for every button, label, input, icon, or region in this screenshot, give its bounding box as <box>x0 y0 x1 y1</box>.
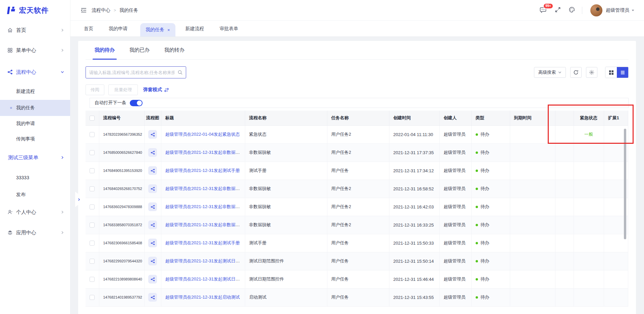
flow-diagram-icon[interactable] <box>148 275 157 284</box>
fullscreen-button[interactable] <box>554 6 561 14</box>
flow-diagram-icon[interactable] <box>148 148 157 157</box>
task-title-link[interactable]: 超级管理员在2021-12-31发起测试手册 <box>165 168 240 173</box>
row-checkbox[interactable] <box>90 295 95 300</box>
title-cell: 超级管理员在2022-01-04发起紧急状态 <box>161 125 245 143</box>
process-id-cell: 1476822108989808640 <box>99 270 144 288</box>
batch-process-button[interactable]: 批量处理 <box>108 84 138 95</box>
search-icon[interactable] <box>177 70 183 75</box>
flow-diagram-icon[interactable] <box>148 166 157 175</box>
sidebar-item-33333[interactable]: 33333 <box>0 168 70 187</box>
refresh-button[interactable] <box>570 67 582 78</box>
flow-diagram-glyph <box>151 187 155 191</box>
row-checkbox[interactable] <box>90 132 95 137</box>
page-tab-home[interactable]: 首页 <box>84 21 93 37</box>
sidebar-item-app-center[interactable]: 应用中心 <box>0 222 70 243</box>
breadcrumb-parent[interactable]: 流程中心 <box>92 7 110 13</box>
user-caret-down-icon[interactable] <box>631 9 635 12</box>
status-text: 待办 <box>481 150 489 155</box>
flow-diagram-icon[interactable] <box>148 202 157 211</box>
column-header: 创建时间 <box>389 111 439 125</box>
sidebar-item-home[interactable]: 首页 <box>0 21 70 40</box>
process-id-cell: 1476823069661585408 <box>99 234 144 252</box>
select-all-checkbox[interactable] <box>90 116 95 121</box>
circulate-label: 传阅 <box>91 87 99 93</box>
task-title-link[interactable]: 超级管理员在2021-12-31发起非数据脱敏 <box>165 204 245 209</box>
due-time-cell <box>510 270 555 288</box>
brand-name: 宏天软件 <box>19 6 49 15</box>
flow-diagram-icon[interactable] <box>148 257 157 265</box>
status-text: 待办 <box>481 132 489 137</box>
list-view-button[interactable] <box>617 67 628 78</box>
menu-fold-icon[interactable] <box>80 7 87 13</box>
flow-diagram-icon[interactable] <box>148 293 157 302</box>
subtab-my-transferred[interactable]: 我的转办 <box>161 41 188 60</box>
page-tab-new-process[interactable]: 新建流程 <box>185 21 204 37</box>
row-checkbox[interactable] <box>90 186 95 191</box>
advanced-search-button[interactable]: 高级搜索 <box>534 67 566 78</box>
task-title-link[interactable]: 超级管理员在2021-12-31发起测试日期范... <box>165 258 245 263</box>
create-time-cell: 2021-12-31 17:37:35 <box>389 143 439 162</box>
flow-diagram-icon[interactable] <box>148 239 157 247</box>
task-name-cell: 用户任务 <box>327 234 389 252</box>
sidebar-item-personal-center[interactable]: 个人中心 <box>0 202 70 222</box>
flow-diagram-cell <box>144 216 161 234</box>
caret-down-icon <box>558 71 561 74</box>
flow-diagram-glyph <box>151 277 155 281</box>
spacer-cell <box>555 252 574 270</box>
row-checkbox[interactable] <box>90 241 95 246</box>
row-checkbox[interactable] <box>90 168 95 173</box>
status-cell: 待办 <box>471 234 510 252</box>
table-scrollbar-thumb[interactable] <box>624 129 626 239</box>
close-icon[interactable]: × <box>167 27 170 33</box>
settings-button[interactable] <box>586 67 597 78</box>
sidebar-item-new-process[interactable]: 新建流程 <box>0 83 70 100</box>
flow-diagram-glyph <box>151 132 155 137</box>
search-input[interactable] <box>86 66 186 78</box>
theme-button[interactable] <box>569 6 575 14</box>
flow-name-cell: 非数据脱敏 <box>245 180 327 198</box>
task-name-cell: 用户任务 <box>327 162 389 180</box>
task-title-link[interactable]: 超级管理员在2021-12-31发起非数据脱敏 <box>165 186 245 191</box>
subtab-my-done[interactable]: 我的已办 <box>126 41 153 60</box>
urgent-cell <box>574 288 604 306</box>
column-header: 创建人 <box>439 111 471 125</box>
flow-diagram-icon[interactable] <box>148 130 157 139</box>
username[interactable]: 超级管理员 <box>606 7 629 13</box>
row-checkbox[interactable] <box>90 204 95 209</box>
sidebar-item-process-center[interactable]: 流程中心 <box>0 61 70 83</box>
task-title-link[interactable]: 超级管理员在2021-12-31发起启动测试 <box>165 295 240 300</box>
row-checkbox[interactable] <box>90 150 95 155</box>
row-checkbox[interactable] <box>90 223 95 228</box>
messages-button[interactable]: 99+ <box>540 6 546 14</box>
flow-diagram-icon[interactable] <box>148 184 157 193</box>
avatar[interactable] <box>590 4 602 16</box>
flow-diagram-glyph <box>151 169 155 173</box>
sidebar-item-my-applications[interactable]: 我的申请 <box>0 116 70 131</box>
sidebar-item-my-tasks[interactable]: 我的任务 <box>0 100 70 116</box>
sidebar-item-menu-center[interactable]: 菜单中心 <box>0 40 70 61</box>
subtab-my-todo[interactable]: 我的待办 <box>91 41 118 60</box>
flow-diagram-icon[interactable] <box>148 221 157 229</box>
sidebar-item-publish[interactable]: 发布 <box>0 187 70 202</box>
page-tab-my-tasks[interactable]: 我的任务 × <box>140 23 175 37</box>
page-tab-approval-forms[interactable]: 审批表单 <box>220 21 238 37</box>
task-title-link[interactable]: 超级管理员在2021-12-31发起非数据脱敏 <box>165 150 245 155</box>
column-header: 流程图 <box>144 111 161 125</box>
task-title-link[interactable]: 超级管理员在2021-12-31发起测试日期范... <box>165 276 245 281</box>
auto-open-toggle[interactable] <box>130 100 143 106</box>
page-tab-my-applications[interactable]: 我的申请 <box>109 21 127 37</box>
row-checkbox[interactable] <box>90 277 95 282</box>
task-title-link[interactable]: 超级管理员在2022-01-04发起紧急状态 <box>165 132 240 137</box>
task-title-link[interactable]: 超级管理员在2021-12-31发起非数据脱敏 <box>165 222 245 227</box>
popup-mode-toggle[interactable]: 弹窗模式 <box>143 87 169 93</box>
sidebar-item-test-third-level-menu[interactable]: 测试三级菜单 <box>0 147 70 168</box>
chevron-right-icon <box>77 198 80 201</box>
sidebar-item-circulated-items[interactable]: 传阅事项 <box>0 131 70 147</box>
circulate-button[interactable]: 传阅 <box>86 84 104 95</box>
status-dot <box>476 206 478 208</box>
status-text: 待办 <box>481 222 489 227</box>
card-view-button[interactable] <box>605 67 617 78</box>
row-checkbox[interactable] <box>90 259 95 264</box>
logo[interactable]: 宏天软件 <box>0 0 70 21</box>
task-title-link[interactable]: 超级管理员在2021-12-31发起测试手册 <box>165 240 240 245</box>
